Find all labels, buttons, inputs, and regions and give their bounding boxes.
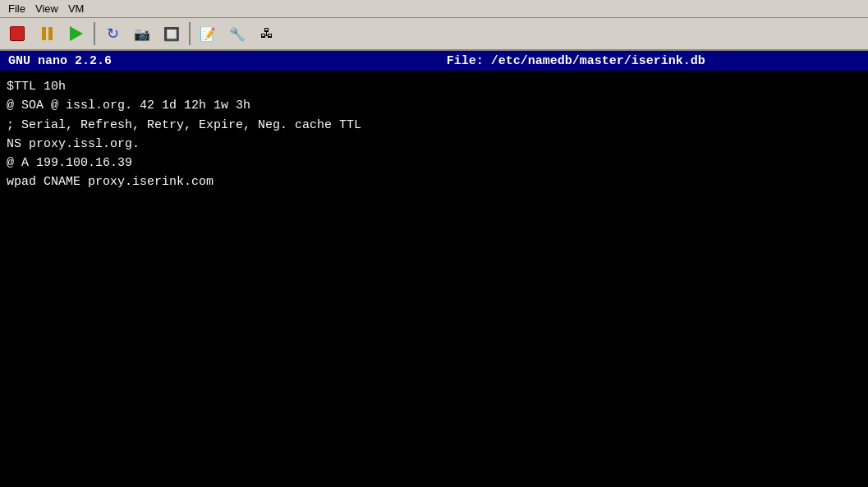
tools-button[interactable]: 🔧	[223, 21, 251, 46]
terminal-area[interactable]: $TTL 10h @ SOA @ issl.org. 42 1d 12h 1w …	[0, 71, 868, 487]
toolbar-separator-2	[189, 22, 191, 45]
pause-icon	[34, 22, 60, 45]
edit-icon: 📝	[200, 26, 216, 42]
camera-icon: 📷	[134, 26, 150, 42]
refresh-button[interactable]: ↻	[99, 21, 126, 46]
terminal-line-7: @ A 199.100.16.39	[7, 154, 861, 172]
nano-filename: File: /etc/namedb/master/iserink.db	[292, 54, 860, 68]
nano-status-bar: GNU nano 2.2.6 File: /etc/namedb/master/…	[0, 51, 868, 71]
network-button[interactable]: 🖧	[253, 21, 281, 46]
refresh-icon: ↻	[107, 25, 119, 43]
snapshot-icon: 🔲	[163, 26, 180, 42]
menu-file[interactable]: File	[3, 1, 30, 16]
snapshot-button[interactable]: 🔲	[158, 21, 186, 46]
menu-vm[interactable]: VM	[63, 1, 90, 16]
edit-button[interactable]: 📝	[194, 21, 222, 46]
screenshot-button[interactable]: 📷	[128, 21, 156, 46]
terminal-line-8: wpad CNAME proxy.iserink.com	[7, 172, 861, 191]
play-icon	[70, 26, 83, 41]
terminal-line-2: @ SOA @ issl.org. 42 1d 12h 1w 3h	[7, 96, 861, 115]
toolbar: ↻ 📷 🔲 📝 🔧 🖧	[0, 18, 868, 51]
network-icon: 🖧	[260, 26, 273, 41]
terminal-line-1: $TTL 10h	[7, 77, 861, 96]
stop-icon	[10, 26, 25, 41]
tools-icon: 🔧	[229, 26, 246, 42]
play-button[interactable]	[62, 21, 90, 46]
terminal-line-5: NS proxy.issl.org.	[7, 135, 861, 154]
nano-version: GNU nano 2.2.6	[8, 54, 292, 68]
pause-button[interactable]	[33, 21, 61, 46]
terminal-line-3: ; Serial, Refresh, Retry, Expire, Neg. c…	[7, 116, 861, 135]
menu-view[interactable]: View	[30, 1, 63, 16]
menu-bar: File View VM	[0, 0, 868, 18]
toolbar-separator-1	[94, 22, 95, 45]
stop-button[interactable]	[3, 21, 31, 46]
